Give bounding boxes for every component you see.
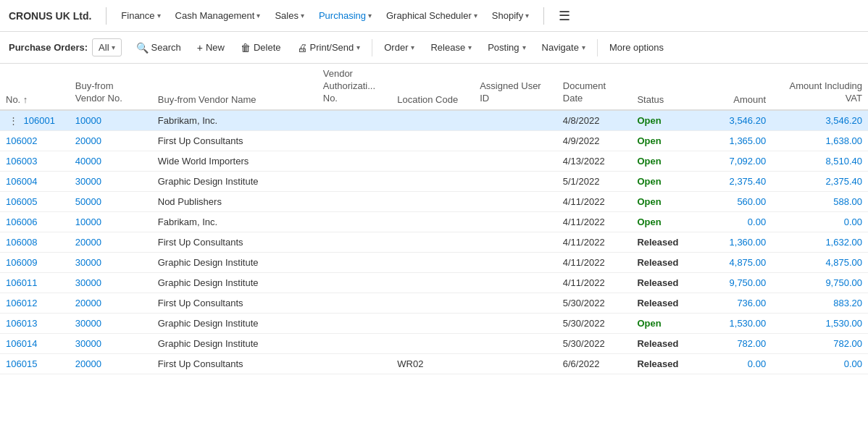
row-no[interactable]: 106005 [0, 191, 70, 211]
nav-purchasing[interactable]: Purchasing ▾ [313, 7, 377, 24]
table-row[interactable]: 106014 30000 Graphic Design Institute 5/… [0, 333, 868, 353]
table-row[interactable]: 106013 30000 Graphic Design Institute 5/… [0, 313, 868, 333]
col-location[interactable]: Location Code [391, 64, 474, 110]
row-no[interactable]: 106011 [0, 272, 70, 293]
row-amount[interactable]: 0.00 [698, 353, 772, 374]
row-vendor-no[interactable]: 30000 [70, 171, 152, 191]
row-amount-vat[interactable]: 3,546.20 [772, 110, 868, 131]
row-no[interactable]: 106008 [0, 232, 70, 252]
table-row[interactable]: 106009 30000 Graphic Design Institute 4/… [0, 252, 868, 272]
row-amount[interactable]: 560.00 [698, 191, 772, 211]
col-user-id[interactable]: Assigned UserID [474, 64, 557, 110]
col-status[interactable]: Status [631, 64, 697, 110]
table-row[interactable]: 106005 50000 Nod Publishers 4/11/2022 Op… [0, 191, 868, 211]
row-vendor-no[interactable]: 30000 [70, 333, 152, 353]
table-row[interactable]: 106012 20000 First Up Consultants 5/30/2… [0, 293, 868, 313]
row-vendor-no[interactable]: 30000 [70, 272, 152, 293]
row-no[interactable]: 106006 [0, 211, 70, 232]
row-amount[interactable]: 7,092.00 [698, 151, 772, 171]
row-amount-vat[interactable]: 1,638.00 [772, 130, 868, 151]
navigate-button[interactable]: Navigate ▾ [535, 38, 593, 56]
row-vendor-no[interactable]: 10000 [70, 110, 152, 131]
nav-graphical-scheduler[interactable]: Graphical Scheduler ▾ [380, 7, 483, 24]
row-amount[interactable]: 2,375.40 [698, 171, 772, 191]
row-no[interactable]: 106014 [0, 333, 70, 353]
row-amount[interactable]: 1,365.00 [698, 130, 772, 151]
table-row[interactable]: 106002 20000 First Up Consultants 4/9/20… [0, 130, 868, 151]
row-amount[interactable]: 4,875.00 [698, 252, 772, 272]
row-vendor-no[interactable]: 30000 [70, 252, 152, 272]
table-row[interactable]: 106004 30000 Graphic Design Institute 5/… [0, 171, 868, 191]
row-vendor-no[interactable]: 20000 [70, 232, 152, 252]
row-no[interactable]: 106003 [0, 151, 70, 171]
row-vendor-no[interactable]: 50000 [70, 191, 152, 211]
row-amount-vat[interactable]: 588.00 [772, 191, 868, 211]
release-button[interactable]: Release ▾ [423, 38, 479, 56]
row-amount[interactable]: 0.00 [698, 211, 772, 232]
row-amount-vat[interactable]: 2,375.40 [772, 171, 868, 191]
row-actions-icon[interactable]: ⋮ [6, 115, 21, 126]
table-row[interactable]: ⋮ 106001 10000 Fabrikam, Inc. 4/8/2022 O… [0, 110, 868, 131]
row-vendor-no[interactable]: 40000 [70, 151, 152, 171]
row-amount[interactable]: 782.00 [698, 333, 772, 353]
filter-button[interactable]: All ▾ [92, 38, 121, 56]
col-amount-vat[interactable]: Amount IncludingVAT [772, 64, 868, 110]
search-button[interactable]: 🔍 Search [129, 38, 188, 57]
row-no[interactable]: 106012 [0, 293, 70, 313]
row-amount[interactable]: 9,750.00 [698, 272, 772, 293]
nav-cash-management[interactable]: Cash Management ▾ [170, 7, 267, 24]
row-no[interactable]: 106004 [0, 171, 70, 191]
row-amount-vat[interactable]: 782.00 [772, 333, 868, 353]
order-chevron-icon: ▾ [411, 43, 414, 51]
row-no[interactable]: ⋮ 106001 [0, 110, 70, 131]
row-no[interactable]: 106002 [0, 130, 70, 151]
row-amount-vat[interactable]: 1,530.00 [772, 313, 868, 333]
release-chevron-icon: ▾ [468, 43, 472, 51]
table-row[interactable]: 106006 10000 Fabrikam, Inc. 4/11/2022 Op… [0, 211, 868, 232]
row-amount[interactable]: 1,530.00 [698, 313, 772, 333]
hamburger-menu[interactable]: ☰ [553, 5, 576, 27]
row-doc-date: 4/11/2022 [557, 232, 632, 252]
row-no[interactable]: 106009 [0, 252, 70, 272]
col-vendor-no[interactable]: Buy-fromVendor No. [70, 64, 152, 110]
row-vendor-no[interactable]: 20000 [70, 130, 152, 151]
row-amount[interactable]: 736.00 [698, 293, 772, 313]
row-vendor-no[interactable]: 30000 [70, 313, 152, 333]
col-no[interactable]: No. ↑ [0, 64, 70, 110]
table-row[interactable]: 106015 20000 First Up Consultants WR02 6… [0, 353, 868, 374]
row-amount[interactable]: 1,360.00 [698, 232, 772, 252]
nav-sales[interactable]: Sales ▾ [269, 7, 310, 24]
table-row[interactable]: 106011 30000 Graphic Design Institute 4/… [0, 272, 868, 293]
row-vendor-no[interactable]: 10000 [70, 211, 152, 232]
row-amount-vat[interactable]: 0.00 [772, 353, 868, 374]
row-vendor-no[interactable]: 20000 [70, 353, 152, 374]
posting-button[interactable]: Posting ▾ [480, 38, 533, 56]
row-amount[interactable]: 3,546.20 [698, 110, 772, 131]
row-amount-vat[interactable]: 4,875.00 [772, 252, 868, 272]
nav-finance[interactable]: Finance ▾ [115, 7, 166, 24]
col-doc-date[interactable]: DocumentDate [557, 64, 632, 110]
row-amount-vat[interactable]: 883.20 [772, 293, 868, 313]
order-button[interactable]: Order ▾ [377, 38, 422, 56]
row-no[interactable]: 106013 [0, 313, 70, 333]
row-user-id [474, 272, 557, 293]
row-amount-vat[interactable]: 1,632.00 [772, 232, 868, 252]
new-button[interactable]: + New [190, 38, 232, 57]
col-auth-no[interactable]: VendorAuthorizati...No. [317, 64, 392, 110]
row-auth-no [317, 353, 392, 374]
col-amount[interactable]: Amount [698, 64, 772, 110]
table-row[interactable]: 106003 40000 Wide World Importers 4/13/2… [0, 151, 868, 171]
row-amount-vat[interactable]: 8,510.40 [772, 151, 868, 171]
table-row[interactable]: 106008 20000 First Up Consultants 4/11/2… [0, 232, 868, 252]
row-vendor-no[interactable]: 20000 [70, 293, 152, 313]
print-chevron-icon: ▾ [356, 43, 360, 51]
nav-shopify[interactable]: Shopify ▾ [486, 7, 535, 24]
more-options-button[interactable]: More options [602, 38, 671, 56]
row-amount-vat[interactable]: 9,750.00 [772, 272, 868, 293]
col-vendor-name[interactable]: Buy-from Vendor Name [152, 64, 317, 110]
row-doc-date: 4/9/2022 [557, 130, 632, 151]
row-amount-vat[interactable]: 0.00 [772, 211, 868, 232]
row-no[interactable]: 106015 [0, 353, 70, 374]
delete-button[interactable]: 🗑 Delete [233, 38, 288, 57]
print-send-button[interactable]: 🖨 Print/Send ▾ [290, 38, 368, 57]
